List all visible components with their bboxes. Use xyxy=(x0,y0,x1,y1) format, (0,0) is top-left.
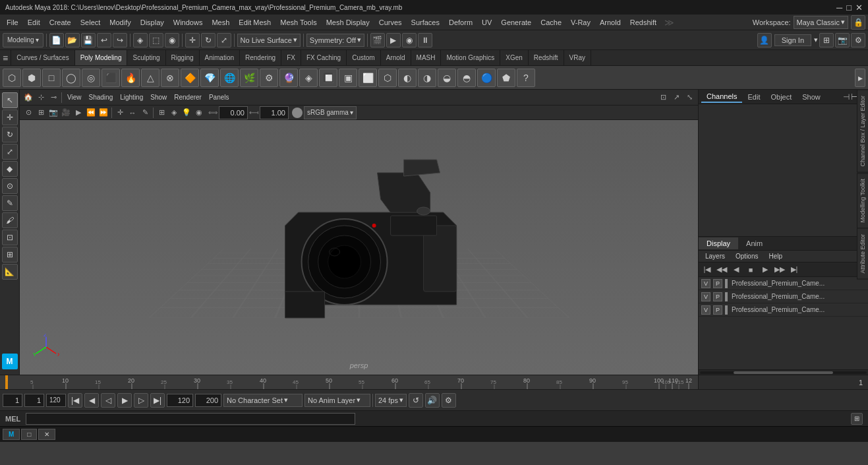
shelf-icon-7[interactable]: 🔥 xyxy=(121,69,140,87)
undo-icon[interactable]: ↩ xyxy=(97,33,111,47)
layer-visibility-v[interactable]: V xyxy=(701,305,710,315)
shelf-tab-mash[interactable]: MASH xyxy=(411,50,442,65)
shelf-icon-23[interactable]: ◒ xyxy=(438,69,456,87)
person-icon[interactable]: 👤 xyxy=(757,33,772,47)
menu-redshift[interactable]: Redshift xyxy=(626,17,660,28)
menu-mesh-display[interactable]: Mesh Display xyxy=(322,17,374,28)
layer-visibility-p[interactable]: P xyxy=(713,305,722,315)
vp-tool1-icon[interactable]: ✛ xyxy=(114,107,126,119)
lasso-select-button[interactable]: ⊙ xyxy=(2,178,18,194)
shelf-tab-arrow[interactable]: ≡ xyxy=(0,50,11,65)
vp-cam2-icon[interactable]: 🎥 xyxy=(60,107,72,119)
scrollbar-thumb[interactable] xyxy=(734,371,834,374)
translate-x-field[interactable] xyxy=(219,106,248,119)
new-file-icon[interactable]: 📄 xyxy=(49,33,64,47)
channel-box-layer-editor-tab[interactable]: Channel Box / Layer Editor xyxy=(857,90,868,173)
layer-visibility-p[interactable]: P xyxy=(713,292,722,301)
shelf-icon-8[interactable]: △ xyxy=(141,69,159,87)
layer-row[interactable]: V P Professional_Premium_Came... xyxy=(699,303,868,317)
render-preview-icon[interactable]: ▶ xyxy=(386,33,401,47)
lock-icon[interactable]: 🔒 xyxy=(851,15,865,30)
vp-expand-icon[interactable]: ⤡ xyxy=(683,92,695,104)
shelf-icon-9[interactable]: ⊗ xyxy=(161,69,179,87)
symmetry-dropdown[interactable]: Symmetry: Off ▾ xyxy=(306,34,364,47)
prev-frame-button[interactable]: |◀ xyxy=(701,264,713,276)
universal-manip-button[interactable]: ◆ xyxy=(2,161,18,177)
shelf-icon-3[interactable]: □ xyxy=(42,69,61,87)
tab-display[interactable]: Display xyxy=(699,237,738,249)
rotate-tool-button[interactable]: ↻ xyxy=(2,127,18,142)
paint-select-icon[interactable]: ◉ xyxy=(165,33,179,47)
vp-settings2-icon[interactable]: ↗ xyxy=(670,92,682,104)
layer-visibility-v[interactable]: V xyxy=(701,292,710,301)
menu-vray[interactable]: V-Ray xyxy=(567,17,594,28)
pause-icon[interactable]: ⏸ xyxy=(418,33,432,47)
shelf-icon-18[interactable]: ▣ xyxy=(339,69,357,87)
color-space-dropdown[interactable]: sRGB gamma ▾ xyxy=(304,106,357,119)
camera-icon[interactable]: 📷 xyxy=(835,33,850,47)
play-forward-button[interactable]: ▶ xyxy=(759,264,771,276)
vp-circle-icon[interactable]: ⊙ xyxy=(22,107,34,119)
taskbar-close-item[interactable]: ✕ xyxy=(38,429,55,440)
redo-icon[interactable]: ↪ xyxy=(113,33,127,47)
menu-surfaces[interactable]: Surfaces xyxy=(407,17,444,28)
shelf-icon-2[interactable]: ⬢ xyxy=(22,69,41,87)
paint-select-button[interactable]: ✎ xyxy=(2,195,18,211)
layer-scrollbar[interactable] xyxy=(699,369,868,375)
layer-visibility-v[interactable]: V xyxy=(701,279,710,288)
render-settings-icon[interactable]: 🎬 xyxy=(370,33,385,47)
minimize-button[interactable]: ─ xyxy=(836,3,842,13)
vp-grid2-icon[interactable]: ⊞ xyxy=(156,107,167,119)
select-tool-icon[interactable]: ◈ xyxy=(133,33,148,47)
viewport-menu-shading[interactable]: Shading xyxy=(86,92,117,102)
shelf-icon-1[interactable]: ⬡ xyxy=(3,69,21,87)
shelf-icon-11[interactable]: 💎 xyxy=(200,69,219,87)
shelf-tab-redshift[interactable]: Redshift xyxy=(529,50,564,65)
menu-file[interactable]: File xyxy=(3,17,22,28)
shelf-icon-22[interactable]: ◑ xyxy=(418,69,436,87)
close-button[interactable]: ✕ xyxy=(855,3,863,13)
shelf-icon-27[interactable]: ? xyxy=(517,69,535,87)
vp-bookmark2-icon[interactable]: ⊸ xyxy=(47,92,59,104)
move-icon[interactable]: ✛ xyxy=(185,33,200,47)
menu-create[interactable]: Create xyxy=(45,17,75,28)
script-editor-icon[interactable]: ⊞ xyxy=(851,413,863,425)
mode-dropdown[interactable]: Modeling ▾ xyxy=(3,33,43,47)
modelling-toolkit-tab[interactable]: Modelling Toolkit xyxy=(857,173,868,228)
taskbar-restore-item[interactable]: □ xyxy=(21,429,37,440)
step-forward-button[interactable]: ▷ xyxy=(134,393,148,408)
shelf-tab-arnold[interactable]: Arnold xyxy=(381,50,411,65)
translate-y-field[interactable] xyxy=(260,106,289,119)
shelf-icon-19[interactable]: ⬜ xyxy=(359,69,377,87)
shelf-icon-14[interactable]: ⚙ xyxy=(260,69,278,87)
menu-curves[interactable]: Curves xyxy=(375,17,406,28)
timeline-svg[interactable]: 1 5 10 15 20 25 30 35 40 45 50 55 60 xyxy=(0,375,699,389)
shelf-tab-vray[interactable]: VRay xyxy=(564,50,591,65)
menu-deform[interactable]: Deform xyxy=(445,17,477,28)
play-back-button[interactable]: ◀ xyxy=(730,264,742,276)
start-frame-field[interactable] xyxy=(3,394,22,407)
shelf-icon-6[interactable]: ⬛ xyxy=(101,69,120,87)
menu-windows[interactable]: Windows xyxy=(169,17,207,28)
play-back-button[interactable]: ◁ xyxy=(101,393,115,408)
sculpt-button[interactable]: 🖌 xyxy=(2,212,18,228)
shelf-tab-rigging[interactable]: Rigging xyxy=(166,50,200,65)
vp-cam3-icon[interactable]: ▶ xyxy=(72,107,84,119)
shelf-icon-25[interactable]: 🔵 xyxy=(477,69,496,87)
shelf-icon-16[interactable]: ◈ xyxy=(299,69,318,87)
shelf-icon-21[interactable]: ◐ xyxy=(398,69,417,87)
shelf-tab-rendering[interactable]: Rendering xyxy=(240,50,281,65)
sign-in-button[interactable]: Sign In xyxy=(774,34,811,46)
viewport-menu-view[interactable]: View xyxy=(64,92,85,102)
scale-tool-button[interactable]: ⤢ xyxy=(2,144,18,160)
tab-channels[interactable]: Channels xyxy=(701,91,742,103)
chevron-down-icon[interactable]: ▾ xyxy=(814,36,818,44)
vp-cam1-icon[interactable]: 📷 xyxy=(47,107,59,119)
shelf-icon-26[interactable]: ⬟ xyxy=(497,69,515,87)
viewport-menu-lighting[interactable]: Lighting xyxy=(117,92,146,102)
shelf-tab-curves[interactable]: Curves / Surfaces xyxy=(11,50,74,65)
attribute-editor-tab[interactable]: Attribute Editor xyxy=(857,228,868,280)
shelf-icon-24[interactable]: ◓ xyxy=(457,69,476,87)
ipr-render-icon[interactable]: ◉ xyxy=(402,33,417,47)
shelf-tab-poly-modeling[interactable]: Poly Modeling xyxy=(75,50,128,65)
